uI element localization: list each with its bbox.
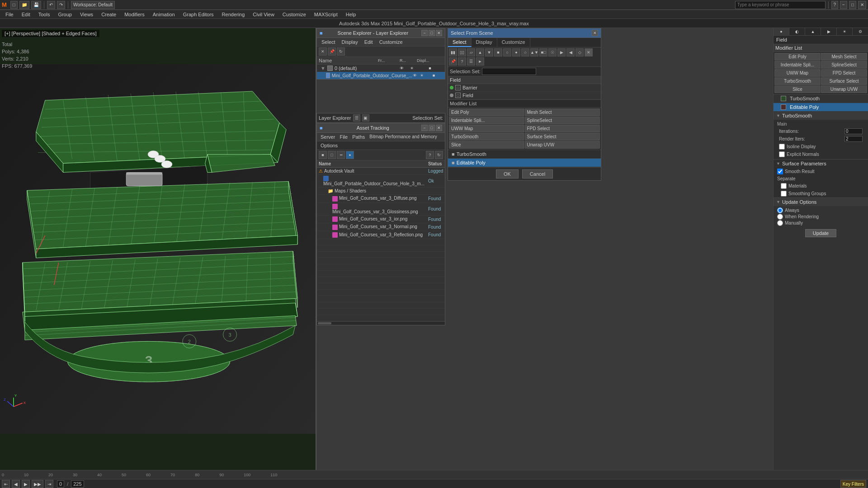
sfs-tab-display[interactable]: Display — [472, 38, 497, 47]
menu-help[interactable]: Help — [342, 11, 360, 18]
cmd-create-btn[interactable]: ● — [774, 28, 789, 35]
cancel-button[interactable]: Cancel — [522, 169, 553, 178]
at-scrollbar[interactable] — [317, 321, 445, 325]
mod-editable-poly[interactable]: Editable Poly — [774, 103, 868, 112]
layer-0-render[interactable]: ☀ — [405, 66, 419, 70]
sfs-filter8-btn[interactable]: ■□ — [539, 48, 547, 56]
unwrap-uvw-grid-btn[interactable]: Unwrap UVW — [821, 85, 867, 93]
layer-0-disp[interactable]: ■ — [419, 66, 441, 70]
ts-smoothing-groups-check[interactable] — [781, 191, 787, 197]
at-bitmap-menu[interactable]: Bitmap Performance and Memory — [368, 134, 439, 140]
sfs-filter10-btn[interactable]: ▶ — [557, 48, 566, 56]
cmd-utilities-btn[interactable]: ⚙ — [853, 28, 868, 35]
at-row-ior[interactable]: Mini_Golf_Courses_var_3_ior.png Found — [317, 216, 445, 223]
edit-poly-grid-btn[interactable]: Edit Poly — [774, 53, 821, 61]
at-minimize-btn[interactable]: − — [421, 125, 428, 131]
indentable-spline-btn[interactable]: Indentable Spli... — [449, 117, 524, 124]
uww-map-grid-btn[interactable]: UWW Map — [774, 69, 821, 77]
at-file-menu[interactable]: File — [338, 134, 349, 140]
sfs-tab-select[interactable]: Select — [448, 38, 472, 47]
surface-select-btn[interactable]: Surface Select — [525, 133, 600, 141]
cmd-modify-btn[interactable]: ◐ — [789, 28, 805, 35]
le-layers-btn[interactable]: ☰ — [353, 114, 360, 122]
sfs-filter4-btn[interactable]: ○ — [503, 48, 511, 56]
slice-btn[interactable]: Slice — [449, 141, 524, 149]
sfs-filter5-btn[interactable]: ● — [512, 48, 520, 56]
surface-select-grid-btn[interactable]: Surface Select — [821, 77, 867, 85]
at-btn2[interactable]: □ — [328, 151, 336, 159]
ts-iterations-input[interactable] — [844, 128, 863, 134]
sfs-filter9-btn[interactable]: ☉ — [548, 48, 557, 56]
maximize-btn[interactable]: □ — [849, 1, 856, 9]
sfs-layers-btn[interactable]: ☰ — [467, 57, 475, 66]
anim-key-mode-btn[interactable]: Key Filters — [840, 480, 866, 488]
at-btn3[interactable]: ━ — [337, 151, 345, 159]
mesh-select-btn[interactable]: Mesh Select — [525, 108, 600, 116]
sfs-filter11-btn[interactable]: ◀ — [566, 48, 575, 56]
sfs-pin2-btn[interactable]: 📌 — [449, 57, 457, 66]
workspace-btn[interactable]: Workspace: Default — [71, 1, 115, 9]
at-help-btn[interactable]: ? — [426, 151, 434, 159]
cmd-display-btn[interactable]: ☀ — [837, 28, 853, 35]
layer-0-item[interactable]: ▼ 0 (default) 👁 ☀ ■ — [317, 65, 445, 72]
menu-file[interactable]: File — [2, 11, 17, 18]
manually-radio[interactable] — [777, 220, 783, 226]
at-close-btn[interactable]: ✕ — [436, 125, 442, 131]
at-btn1[interactable]: ■ — [319, 151, 327, 159]
se-minimize-btn[interactable]: − — [421, 30, 428, 36]
at-row-maps[interactable]: 📁Maps / Shaders — [317, 188, 445, 195]
viewport[interactable]: [+] [Perspective] [Shaded + Edged Faces] — [0, 28, 316, 470]
se-close-tool-btn[interactable]: ✕ — [319, 47, 327, 56]
sfs-close-btn[interactable]: ✕ — [592, 30, 598, 36]
layer-1-disp[interactable]: ■ — [426, 73, 441, 78]
turbo-smooth-btn[interactable]: TurboSmooth — [449, 133, 524, 141]
layer-0-vis[interactable]: 👁 — [398, 66, 405, 70]
sfs-filter1-btn[interactable]: ▲ — [476, 48, 484, 56]
indentable-grid-btn[interactable]: Indentable Spli... — [774, 61, 821, 69]
at-paths-menu[interactable]: Paths — [350, 134, 367, 140]
sfs-obj-barrier[interactable]: □ Barrier — [448, 84, 601, 92]
ts-explicit-normals-check[interactable] — [779, 151, 785, 157]
at-refresh2-btn[interactable]: ↻ — [435, 151, 443, 159]
at-btn4[interactable]: ● — [346, 151, 354, 159]
sfs-filter3-btn[interactable]: ■ — [494, 48, 502, 56]
sfs-filter2-btn[interactable]: ▼ — [485, 48, 493, 56]
at-row-reflection[interactable]: Mini_Golf_Courses_var_3_Reflection.png F… — [317, 231, 445, 239]
edit-poly-btn[interactable]: Edit Poly — [449, 108, 524, 116]
search-input[interactable] — [735, 1, 826, 9]
at-row-file[interactable]: Mini_Golf_Portable_Outdoor_Course_Hole_3… — [317, 175, 445, 188]
sfs-close2-btn[interactable]: ✕ — [585, 48, 593, 56]
sfs-select-none-btn[interactable]: ▯▯ — [458, 48, 466, 56]
anim-prev-btn[interactable]: ◀ — [12, 480, 20, 488]
open-btn[interactable]: 📁 — [19, 1, 29, 9]
slice-grid-btn[interactable]: Slice — [774, 85, 821, 93]
sfs-filter7-btn[interactable]: ▲▼ — [530, 48, 538, 56]
anim-go-end-btn[interactable]: ⇥ — [45, 480, 53, 488]
se-refresh-btn[interactable]: ↻ — [337, 47, 345, 56]
fpd-select-grid-btn[interactable]: FPD Select — [821, 69, 867, 77]
sfs-filter6-btn[interactable]: ☆ — [521, 48, 529, 56]
se-edit-menu[interactable]: Edit — [362, 39, 376, 45]
at-server-menu[interactable]: Server — [319, 134, 337, 140]
at-row-glossiness[interactable]: Mini_Golf_Courses_var_3_Glossiness.png F… — [317, 202, 445, 215]
se-restore-btn[interactable]: □ — [429, 30, 435, 36]
cmd-hierarchy-btn[interactable]: ▲ — [805, 28, 821, 35]
ts-smooth-result-check[interactable] — [777, 169, 783, 174]
layer-1-vis[interactable]: 👁 — [412, 73, 417, 78]
ok-button[interactable]: OK — [496, 169, 519, 178]
when-rendering-radio[interactable] — [777, 214, 783, 220]
turbo-smooth-grid-btn[interactable]: TurboSmooth — [774, 77, 821, 85]
at-scrollbar-thumb[interactable] — [318, 322, 331, 324]
menu-edit[interactable]: Edit — [18, 11, 34, 18]
sfs-select-all-btn[interactable]: ▮▮ — [449, 48, 457, 56]
sfs-invert-btn[interactable]: ▱ — [467, 48, 475, 56]
sfs-tab-customize[interactable]: Customize — [497, 38, 530, 47]
anim-play-btn[interactable]: ▶ — [22, 480, 30, 488]
se-display-menu[interactable]: Display — [339, 39, 361, 45]
menu-group[interactable]: Group — [54, 11, 75, 18]
minimize-btn[interactable]: − — [840, 1, 847, 9]
save-btn[interactable]: 💾 — [31, 1, 41, 9]
editable-poly-item[interactable]: ■ Editable Poly — [448, 159, 601, 167]
close-btn[interactable]: ✕ — [858, 1, 866, 9]
uww-map-btn[interactable]: UWW Map — [449, 125, 524, 132]
